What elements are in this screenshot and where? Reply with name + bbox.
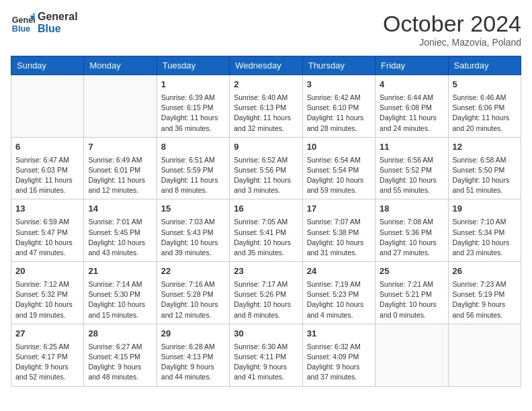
calendar-cell: 7Sunrise: 6:49 AMSunset: 6:01 PMDaylight… <box>84 137 157 199</box>
day-info: Sunrise: 6:51 AMSunset: 5:59 PMDaylight:… <box>161 155 225 196</box>
calendar-cell: 9Sunrise: 6:52 AMSunset: 5:56 PMDaylight… <box>230 137 302 199</box>
weekday-header-sunday: Sunday <box>11 56 84 75</box>
day-number: 7 <box>88 141 152 154</box>
day-number: 28 <box>88 328 152 340</box>
calendar-cell: 14Sunrise: 7:01 AMSunset: 5:45 PMDayligh… <box>84 199 157 262</box>
day-number: 6 <box>15 141 79 154</box>
day-info: Sunrise: 6:52 AMSunset: 5:56 PMDaylight:… <box>234 155 298 196</box>
calendar-cell: 26Sunrise: 7:23 AMSunset: 5:19 PMDayligh… <box>448 262 521 324</box>
calendar-cell: 23Sunrise: 7:17 AMSunset: 5:26 PMDayligh… <box>230 262 302 324</box>
day-info: Sunrise: 7:03 AMSunset: 5:43 PMDaylight:… <box>161 217 225 258</box>
calendar-cell: 5Sunrise: 6:46 AMSunset: 6:06 PMDaylight… <box>448 75 521 138</box>
day-info: Sunrise: 6:59 AMSunset: 5:47 PMDaylight:… <box>15 217 79 258</box>
page-header: General Blue General Blue October 2024 J… <box>11 11 521 48</box>
calendar-cell: 8Sunrise: 6:51 AMSunset: 5:59 PMDaylight… <box>157 137 229 199</box>
calendar-cell: 21Sunrise: 7:14 AMSunset: 5:30 PMDayligh… <box>84 262 157 324</box>
day-number: 17 <box>307 203 371 216</box>
calendar-cell: 19Sunrise: 7:10 AMSunset: 5:34 PMDayligh… <box>448 199 521 262</box>
day-number: 16 <box>234 203 298 216</box>
day-info: Sunrise: 6:49 AMSunset: 6:01 PMDaylight:… <box>88 155 152 196</box>
calendar-week-row: 6Sunrise: 6:47 AMSunset: 6:03 PMDaylight… <box>11 137 521 199</box>
weekday-header-tuesday: Tuesday <box>157 56 229 75</box>
day-number: 12 <box>453 141 517 154</box>
calendar-cell: 3Sunrise: 6:42 AMSunset: 6:10 PMDaylight… <box>302 75 375 138</box>
calendar-cell: 25Sunrise: 7:21 AMSunset: 5:21 PMDayligh… <box>375 262 448 324</box>
day-number: 10 <box>307 141 371 154</box>
weekday-header-wednesday: Wednesday <box>230 56 302 75</box>
calendar-cell <box>84 75 157 138</box>
day-info: Sunrise: 7:23 AMSunset: 5:19 PMDaylight:… <box>453 279 517 320</box>
calendar-cell <box>448 324 521 386</box>
day-number: 4 <box>380 79 443 91</box>
day-info: Sunrise: 7:07 AMSunset: 5:38 PMDaylight:… <box>307 217 371 258</box>
day-number: 24 <box>307 265 371 278</box>
svg-text:Blue: Blue <box>12 24 30 34</box>
calendar-cell: 13Sunrise: 6:59 AMSunset: 5:47 PMDayligh… <box>11 199 84 262</box>
day-number: 15 <box>161 203 225 216</box>
calendar-cell: 11Sunrise: 6:56 AMSunset: 5:52 PMDayligh… <box>375 137 448 199</box>
calendar-week-row: 27Sunrise: 6:25 AMSunset: 4:17 PMDayligh… <box>11 324 521 386</box>
weekday-header-thursday: Thursday <box>302 56 375 75</box>
day-info: Sunrise: 6:46 AMSunset: 6:06 PMDaylight:… <box>453 93 517 134</box>
day-number: 11 <box>380 141 443 154</box>
day-info: Sunrise: 7:05 AMSunset: 5:41 PMDaylight:… <box>234 217 298 258</box>
day-info: Sunrise: 7:16 AMSunset: 5:28 PMDaylight:… <box>161 279 225 320</box>
calendar-cell <box>375 324 448 386</box>
day-number: 29 <box>161 328 225 340</box>
day-number: 30 <box>234 328 298 340</box>
day-info: Sunrise: 6:47 AMSunset: 6:03 PMDaylight:… <box>15 155 79 196</box>
calendar-cell: 18Sunrise: 7:08 AMSunset: 5:36 PMDayligh… <box>375 199 448 262</box>
day-info: Sunrise: 6:28 AMSunset: 4:13 PMDaylight:… <box>161 342 225 383</box>
logo-blue: Blue <box>38 23 78 35</box>
day-info: Sunrise: 6:58 AMSunset: 5:50 PMDaylight:… <box>453 155 517 196</box>
calendar-table: SundayMondayTuesdayWednesdayThursdayFrid… <box>11 56 521 387</box>
calendar-cell: 16Sunrise: 7:05 AMSunset: 5:41 PMDayligh… <box>230 199 302 262</box>
day-info: Sunrise: 6:32 AMSunset: 4:09 PMDaylight:… <box>307 342 371 383</box>
weekday-header-friday: Friday <box>375 56 448 75</box>
calendar-cell: 31Sunrise: 6:32 AMSunset: 4:09 PMDayligh… <box>302 324 375 386</box>
logo-general: General <box>38 11 78 23</box>
day-number: 9 <box>234 141 298 154</box>
calendar-cell: 12Sunrise: 6:58 AMSunset: 5:50 PMDayligh… <box>448 137 521 199</box>
day-number: 22 <box>161 265 225 278</box>
day-info: Sunrise: 7:10 AMSunset: 5:34 PMDaylight:… <box>453 217 517 258</box>
day-info: Sunrise: 7:21 AMSunset: 5:21 PMDaylight:… <box>380 279 443 320</box>
day-info: Sunrise: 6:39 AMSunset: 6:15 PMDaylight:… <box>161 93 225 134</box>
calendar-cell: 28Sunrise: 6:27 AMSunset: 4:15 PMDayligh… <box>84 324 157 386</box>
calendar-cell: 4Sunrise: 6:44 AMSunset: 6:08 PMDaylight… <box>375 75 448 138</box>
day-number: 23 <box>234 265 298 278</box>
day-number: 25 <box>380 265 443 278</box>
day-info: Sunrise: 6:42 AMSunset: 6:10 PMDaylight:… <box>307 93 371 134</box>
calendar-cell: 27Sunrise: 6:25 AMSunset: 4:17 PMDayligh… <box>11 324 84 386</box>
day-number: 14 <box>88 203 152 216</box>
day-info: Sunrise: 7:17 AMSunset: 5:26 PMDaylight:… <box>234 279 298 320</box>
weekday-header-row: SundayMondayTuesdayWednesdayThursdayFrid… <box>11 56 521 75</box>
weekday-header-monday: Monday <box>84 56 157 75</box>
day-number: 19 <box>453 203 517 216</box>
calendar-cell: 20Sunrise: 7:12 AMSunset: 5:32 PMDayligh… <box>11 262 84 324</box>
location-subtitle: Joniec, Mazovia, Poland <box>383 37 521 48</box>
day-number: 5 <box>453 79 517 91</box>
calendar-cell: 30Sunrise: 6:30 AMSunset: 4:11 PMDayligh… <box>230 324 302 386</box>
day-number: 27 <box>15 328 79 340</box>
calendar-week-row: 20Sunrise: 7:12 AMSunset: 5:32 PMDayligh… <box>11 262 521 324</box>
calendar-cell: 1Sunrise: 6:39 AMSunset: 6:15 PMDaylight… <box>157 75 229 138</box>
day-info: Sunrise: 7:14 AMSunset: 5:30 PMDaylight:… <box>88 279 152 320</box>
day-info: Sunrise: 6:25 AMSunset: 4:17 PMDaylight:… <box>15 342 79 383</box>
title-block: October 2024 Joniec, Mazovia, Poland <box>383 11 521 48</box>
calendar-week-row: 13Sunrise: 6:59 AMSunset: 5:47 PMDayligh… <box>11 199 521 262</box>
calendar-cell: 17Sunrise: 7:07 AMSunset: 5:38 PMDayligh… <box>302 199 375 262</box>
day-info: Sunrise: 6:44 AMSunset: 6:08 PMDaylight:… <box>380 93 443 134</box>
calendar-cell: 22Sunrise: 7:16 AMSunset: 5:28 PMDayligh… <box>157 262 229 324</box>
day-number: 1 <box>161 79 225 91</box>
calendar-cell: 29Sunrise: 6:28 AMSunset: 4:13 PMDayligh… <box>157 324 229 386</box>
day-info: Sunrise: 7:19 AMSunset: 5:23 PMDaylight:… <box>307 279 371 320</box>
day-info: Sunrise: 6:30 AMSunset: 4:11 PMDaylight:… <box>234 342 298 383</box>
day-number: 21 <box>88 265 152 278</box>
calendar-cell: 6Sunrise: 6:47 AMSunset: 6:03 PMDaylight… <box>11 137 84 199</box>
logo: General Blue General Blue <box>11 11 78 35</box>
weekday-header-saturday: Saturday <box>448 56 521 75</box>
day-number: 3 <box>307 79 371 91</box>
calendar-cell: 10Sunrise: 6:54 AMSunset: 5:54 PMDayligh… <box>302 137 375 199</box>
day-info: Sunrise: 6:40 AMSunset: 6:13 PMDaylight:… <box>234 93 298 134</box>
